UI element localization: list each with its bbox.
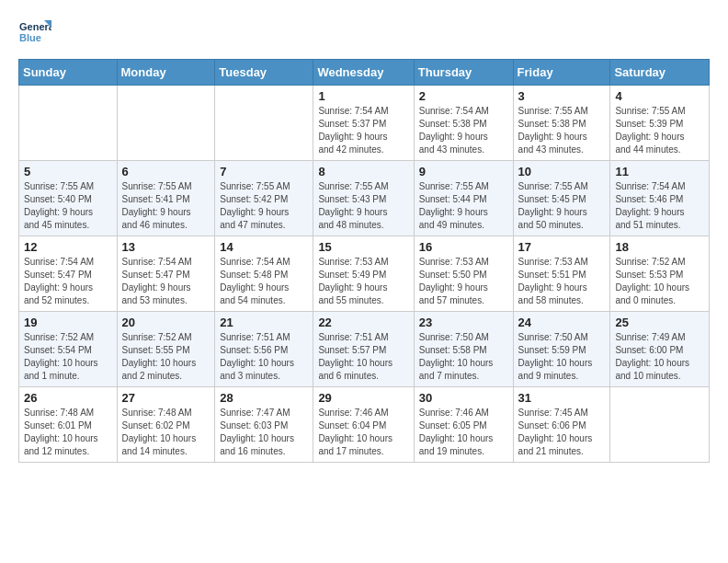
logo: General Blue xyxy=(18,18,55,44)
calendar-cell: 13Sunrise: 7:54 AMSunset: 5:47 PMDayligh… xyxy=(117,236,215,312)
calendar-week-row: 19Sunrise: 7:52 AMSunset: 5:54 PMDayligh… xyxy=(19,312,710,387)
day-info: Sunrise: 7:55 AMSunset: 5:40 PMDaylight:… xyxy=(24,180,112,232)
calendar-cell: 21Sunrise: 7:51 AMSunset: 5:56 PMDayligh… xyxy=(215,312,313,387)
day-number: 12 xyxy=(24,240,112,254)
day-number: 25 xyxy=(615,316,704,329)
calendar-cell: 24Sunrise: 7:50 AMSunset: 5:59 PMDayligh… xyxy=(513,312,610,387)
day-number: 26 xyxy=(24,391,112,405)
calendar-cell: 26Sunrise: 7:48 AMSunset: 6:01 PMDayligh… xyxy=(19,387,118,463)
day-number: 17 xyxy=(518,240,606,254)
day-info: Sunrise: 7:53 AMSunset: 5:51 PMDaylight:… xyxy=(518,256,606,307)
day-number: 20 xyxy=(122,316,210,329)
calendar-cell: 14Sunrise: 7:54 AMSunset: 5:48 PMDayligh… xyxy=(215,236,313,312)
calendar-week-row: 5Sunrise: 7:55 AMSunset: 5:40 PMDaylight… xyxy=(19,161,710,236)
page-header: General Blue xyxy=(18,18,710,44)
calendar-cell: 19Sunrise: 7:52 AMSunset: 5:54 PMDayligh… xyxy=(19,312,118,387)
calendar-table: SundayMondayTuesdayWednesdayThursdayFrid… xyxy=(18,59,710,463)
day-info: Sunrise: 7:55 AMSunset: 5:44 PMDaylight:… xyxy=(419,180,508,232)
day-number: 31 xyxy=(518,391,606,405)
day-info: Sunrise: 7:55 AMSunset: 5:42 PMDaylight:… xyxy=(220,180,308,232)
day-info: Sunrise: 7:55 AMSunset: 5:38 PMDaylight:… xyxy=(518,105,606,156)
day-number: 28 xyxy=(220,391,308,405)
day-info: Sunrise: 7:47 AMSunset: 6:03 PMDaylight:… xyxy=(220,407,308,458)
calendar-cell: 15Sunrise: 7:53 AMSunset: 5:49 PMDayligh… xyxy=(313,236,414,312)
calendar-cell xyxy=(19,86,118,161)
calendar-week-row: 26Sunrise: 7:48 AMSunset: 6:01 PMDayligh… xyxy=(19,387,710,463)
calendar-cell: 31Sunrise: 7:45 AMSunset: 6:06 PMDayligh… xyxy=(513,387,610,463)
calendar-cell: 25Sunrise: 7:49 AMSunset: 6:00 PMDayligh… xyxy=(610,312,710,387)
day-number: 11 xyxy=(615,165,704,178)
calendar-header-row: SundayMondayTuesdayWednesdayThursdayFrid… xyxy=(19,60,710,86)
day-number: 21 xyxy=(220,316,308,329)
day-info: Sunrise: 7:48 AMSunset: 6:02 PMDaylight:… xyxy=(122,407,210,458)
day-info: Sunrise: 7:53 AMSunset: 5:49 PMDaylight:… xyxy=(318,256,408,307)
col-header-tuesday: Tuesday xyxy=(215,60,313,86)
svg-text:General: General xyxy=(19,21,51,32)
calendar-cell: 23Sunrise: 7:50 AMSunset: 5:58 PMDayligh… xyxy=(414,312,513,387)
day-info: Sunrise: 7:46 AMSunset: 6:05 PMDaylight:… xyxy=(419,407,508,458)
calendar-cell: 16Sunrise: 7:53 AMSunset: 5:50 PMDayligh… xyxy=(414,236,513,312)
calendar-cell: 7Sunrise: 7:55 AMSunset: 5:42 PMDaylight… xyxy=(215,161,313,236)
day-number: 10 xyxy=(518,165,606,178)
day-info: Sunrise: 7:51 AMSunset: 5:57 PMDaylight:… xyxy=(318,331,408,383)
day-info: Sunrise: 7:54 AMSunset: 5:47 PMDaylight:… xyxy=(122,256,210,307)
calendar-cell: 30Sunrise: 7:46 AMSunset: 6:05 PMDayligh… xyxy=(414,387,513,463)
day-info: Sunrise: 7:51 AMSunset: 5:56 PMDaylight:… xyxy=(220,331,308,383)
calendar-cell: 29Sunrise: 7:46 AMSunset: 6:04 PMDayligh… xyxy=(313,387,414,463)
day-info: Sunrise: 7:48 AMSunset: 6:01 PMDaylight:… xyxy=(24,407,112,458)
day-info: Sunrise: 7:52 AMSunset: 5:53 PMDaylight:… xyxy=(615,256,704,307)
calendar-cell: 17Sunrise: 7:53 AMSunset: 5:51 PMDayligh… xyxy=(513,236,610,312)
day-number: 7 xyxy=(220,165,308,178)
calendar-cell: 4Sunrise: 7:55 AMSunset: 5:39 PMDaylight… xyxy=(610,86,710,161)
day-info: Sunrise: 7:54 AMSunset: 5:38 PMDaylight:… xyxy=(419,105,508,156)
day-number: 29 xyxy=(318,391,408,405)
calendar-cell: 22Sunrise: 7:51 AMSunset: 5:57 PMDayligh… xyxy=(313,312,414,387)
day-number: 4 xyxy=(615,89,704,103)
col-header-wednesday: Wednesday xyxy=(313,60,414,86)
day-info: Sunrise: 7:55 AMSunset: 5:41 PMDaylight:… xyxy=(122,180,210,232)
day-number: 24 xyxy=(518,316,606,329)
day-number: 5 xyxy=(24,165,112,178)
calendar-cell xyxy=(610,387,710,463)
calendar-cell: 8Sunrise: 7:55 AMSunset: 5:43 PMDaylight… xyxy=(313,161,414,236)
calendar-week-row: 1Sunrise: 7:54 AMSunset: 5:37 PMDaylight… xyxy=(19,86,710,161)
day-number: 8 xyxy=(318,165,408,178)
day-info: Sunrise: 7:52 AMSunset: 5:55 PMDaylight:… xyxy=(122,331,210,383)
day-info: Sunrise: 7:54 AMSunset: 5:46 PMDaylight:… xyxy=(615,180,704,232)
day-info: Sunrise: 7:54 AMSunset: 5:37 PMDaylight:… xyxy=(318,105,408,156)
day-number: 27 xyxy=(122,391,210,405)
day-number: 15 xyxy=(318,240,408,254)
day-info: Sunrise: 7:50 AMSunset: 5:58 PMDaylight:… xyxy=(419,331,508,383)
calendar-cell: 28Sunrise: 7:47 AMSunset: 6:03 PMDayligh… xyxy=(215,387,313,463)
calendar-cell: 9Sunrise: 7:55 AMSunset: 5:44 PMDaylight… xyxy=(414,161,513,236)
calendar-cell: 3Sunrise: 7:55 AMSunset: 5:38 PMDaylight… xyxy=(513,86,610,161)
calendar-cell: 1Sunrise: 7:54 AMSunset: 5:37 PMDaylight… xyxy=(313,86,414,161)
day-number: 3 xyxy=(518,89,606,103)
day-info: Sunrise: 7:49 AMSunset: 6:00 PMDaylight:… xyxy=(615,331,704,383)
calendar-cell xyxy=(215,86,313,161)
day-number: 18 xyxy=(615,240,704,254)
calendar-cell: 18Sunrise: 7:52 AMSunset: 5:53 PMDayligh… xyxy=(610,236,710,312)
day-number: 6 xyxy=(122,165,210,178)
day-number: 13 xyxy=(122,240,210,254)
day-info: Sunrise: 7:55 AMSunset: 5:39 PMDaylight:… xyxy=(615,105,704,156)
col-header-monday: Monday xyxy=(117,60,215,86)
calendar-cell: 10Sunrise: 7:55 AMSunset: 5:45 PMDayligh… xyxy=(513,161,610,236)
day-number: 1 xyxy=(318,89,408,103)
day-info: Sunrise: 7:55 AMSunset: 5:43 PMDaylight:… xyxy=(318,180,408,232)
calendar-cell: 12Sunrise: 7:54 AMSunset: 5:47 PMDayligh… xyxy=(19,236,118,312)
day-number: 23 xyxy=(419,316,508,329)
day-number: 19 xyxy=(24,316,112,329)
day-number: 9 xyxy=(419,165,508,178)
day-info: Sunrise: 7:52 AMSunset: 5:54 PMDaylight:… xyxy=(24,331,112,383)
day-number: 2 xyxy=(419,89,508,103)
calendar-cell: 2Sunrise: 7:54 AMSunset: 5:38 PMDaylight… xyxy=(414,86,513,161)
day-number: 30 xyxy=(419,391,508,405)
calendar-cell: 27Sunrise: 7:48 AMSunset: 6:02 PMDayligh… xyxy=(117,387,215,463)
day-info: Sunrise: 7:46 AMSunset: 6:04 PMDaylight:… xyxy=(318,407,408,458)
calendar-cell: 20Sunrise: 7:52 AMSunset: 5:55 PMDayligh… xyxy=(117,312,215,387)
calendar-cell: 11Sunrise: 7:54 AMSunset: 5:46 PMDayligh… xyxy=(610,161,710,236)
day-info: Sunrise: 7:55 AMSunset: 5:45 PMDaylight:… xyxy=(518,180,606,232)
calendar-cell: 5Sunrise: 7:55 AMSunset: 5:40 PMDaylight… xyxy=(19,161,118,236)
calendar-cell: 6Sunrise: 7:55 AMSunset: 5:41 PMDaylight… xyxy=(117,161,215,236)
